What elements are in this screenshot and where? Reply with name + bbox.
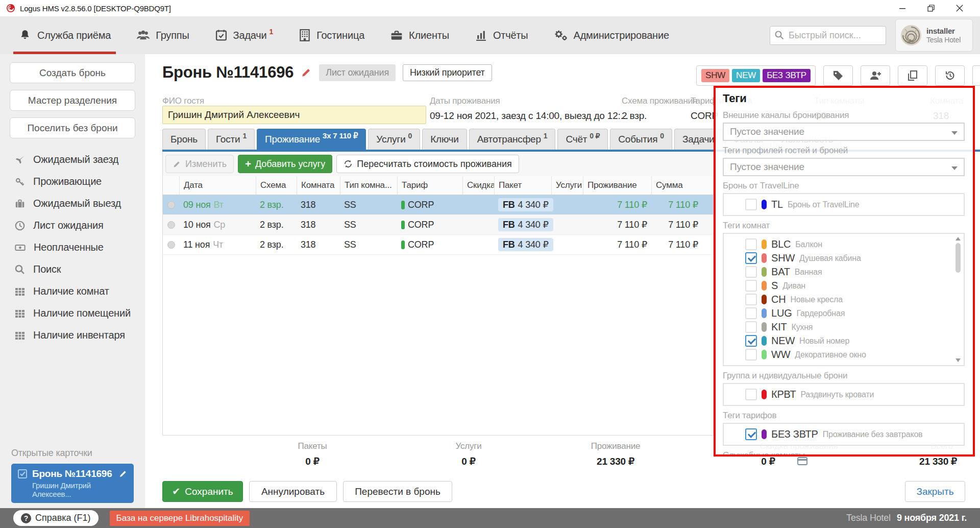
tab-guests[interactable]: Гости1 <box>208 129 255 150</box>
pencil-icon[interactable] <box>118 469 128 478</box>
minimize-button[interactable] <box>898 4 906 12</box>
search-input[interactable] <box>770 26 886 45</box>
checkbox[interactable] <box>745 266 757 278</box>
split-wizard-button[interactable]: Мастер разделения <box>10 90 135 111</box>
sidebar-item-room-availability[interactable]: Наличие комнат <box>0 280 145 302</box>
open-card-booking[interactable]: Бронь №1141696 Гришин Дмитрий Алексеев..… <box>11 464 134 503</box>
checkbox[interactable] <box>745 428 757 440</box>
user-card[interactable]: installer Tesla Hotel <box>895 19 973 52</box>
table-row[interactable]: 09 нояВт 2 взр. 318 SS CORP FB4 340 ₽ 7 … <box>163 195 713 215</box>
copy-booking-button[interactable] <box>898 65 927 86</box>
sidebar-item-expected-arrival[interactable]: Ожидаемый заезд <box>0 149 145 171</box>
close-panel-button[interactable]: Закрыть <box>905 481 965 502</box>
tag-option-row[interactable]: BLC Балкон <box>724 237 964 251</box>
add-guest-button[interactable] <box>861 65 890 86</box>
recalculate-button[interactable]: Пересчитать стоимость проживания <box>336 155 519 173</box>
tag-option-row[interactable]: BAT Ванная <box>724 265 964 279</box>
table-row[interactable]: 10 нояСр 2 взр. 318 SS CORP FB4 340 ₽ 7 … <box>163 215 713 235</box>
tag-option-row[interactable]: БЕЗ ЗВТР Проживание без завтраков <box>724 427 964 441</box>
col-header[interactable]: Тариф <box>397 176 462 195</box>
scroll-up-icon[interactable] <box>955 237 961 241</box>
button-label: Справка (F1) <box>35 513 91 523</box>
external-channels-select[interactable]: Пустое значение <box>723 123 965 141</box>
restore-button[interactable] <box>927 4 935 12</box>
tag-option-row[interactable]: WW Декоративное окно <box>724 348 964 362</box>
nav-administration[interactable]: Администрирование <box>551 16 672 54</box>
tab-events[interactable]: События0 <box>610 129 672 150</box>
checkbox[interactable] <box>745 349 757 361</box>
nav-hotel[interactable]: Гостиница <box>296 16 368 54</box>
guest-name-input[interactable] <box>162 106 426 124</box>
tab-lodging[interactable]: Проживание3x 7 110 ₽ <box>257 129 366 150</box>
col-header[interactable]: Скидка <box>462 176 494 195</box>
sidebar-item-expected-departure[interactable]: Ожидаемый выезд <box>0 193 145 214</box>
profile-tags-select[interactable]: Пустое значение <box>723 158 965 176</box>
checkbox[interactable] <box>745 280 757 292</box>
checkbox[interactable] <box>745 252 757 264</box>
sidebar-item-space-availability[interactable]: Наличие помещений <box>0 302 145 324</box>
tag-option-row[interactable]: SHW Душевая кабина <box>724 251 964 265</box>
convert-to-booking-button[interactable]: Перевести в бронь <box>343 481 452 502</box>
tag-option-row[interactable]: S Диван <box>724 279 964 293</box>
checkbox[interactable] <box>745 389 757 400</box>
add-service-button[interactable]: + Добавить услугу <box>238 155 332 173</box>
sidebar-item-waiting-list[interactable]: Лист ожидания <box>0 214 145 236</box>
tag-option-row[interactable]: NEW Новый номер <box>724 334 964 348</box>
row-radio[interactable] <box>167 221 175 229</box>
checkbox[interactable] <box>745 321 757 333</box>
col-header[interactable]: Услуги <box>551 176 583 195</box>
tag-option-row[interactable]: CH Новые кресла <box>724 293 964 306</box>
table-row[interactable]: 11 нояЧт 2 взр. 318 SS CORP FB4 340 ₽ 7 … <box>163 235 713 255</box>
scroll-thumb[interactable] <box>955 243 961 273</box>
sidebar-item-in-house[interactable]: Проживающие <box>0 171 145 193</box>
row-radio[interactable] <box>167 241 175 249</box>
tab-keys[interactable]: Ключи <box>422 129 467 150</box>
nav-tasks[interactable]: Задачи 1 <box>212 16 277 54</box>
col-header[interactable]: Схема <box>256 176 297 195</box>
history-button[interactable] <box>935 65 965 86</box>
row-radio[interactable] <box>167 201 175 209</box>
checkbox[interactable] <box>745 199 757 210</box>
col-header[interactable]: Проживание <box>583 176 651 195</box>
nav-reports[interactable]: Отчёты <box>472 16 531 54</box>
edit-tags-button[interactable] <box>823 65 853 86</box>
edit-lodging-button[interactable]: Изменить <box>165 155 234 173</box>
edit-title-pencil-icon[interactable] <box>301 67 312 78</box>
tab-services[interactable]: Услуги0 <box>368 129 420 150</box>
col-header[interactable]: Комната <box>297 176 340 195</box>
tags-summary-button[interactable]: SHW NEW БЕЗ ЗВТР <box>696 65 816 86</box>
checkbox[interactable] <box>745 238 757 250</box>
tab-invoice[interactable]: Счёт0 ₽ <box>557 129 608 150</box>
print-button[interactable] <box>972 65 980 86</box>
col-header[interactable]: Дата <box>179 176 256 195</box>
col-header[interactable]: Тип комна... <box>340 176 397 195</box>
db-server-button[interactable]: База на сервере Librahospitality <box>110 511 250 526</box>
checkbox[interactable] <box>745 307 757 319</box>
nav-clients[interactable]: Клиенты <box>387 16 452 54</box>
close-button[interactable] <box>955 4 964 12</box>
save-button[interactable]: ✔ Сохранить <box>162 481 243 502</box>
scroll-down-icon[interactable] <box>955 358 961 362</box>
tag-option-row[interactable]: KIT Кухня <box>724 320 964 334</box>
sidebar-item-search[interactable]: Поиск <box>0 258 145 280</box>
sidebar-item-unpaid[interactable]: Неоплаченные <box>0 236 145 258</box>
col-header[interactable]: Сумма <box>651 176 702 195</box>
discount-card-icon[interactable] <box>797 457 807 465</box>
room-tags-scrollbar[interactable] <box>954 236 962 363</box>
tab-transfer[interactable]: Автотрансфер1 <box>469 129 556 150</box>
checkin-without-booking-button[interactable]: Поселить без брони <box>10 117 135 138</box>
nav-groups[interactable]: Группы <box>133 16 192 54</box>
checkbox[interactable] <box>745 335 757 347</box>
annul-button[interactable]: Аннулировать <box>249 481 337 502</box>
tag-option-row[interactable]: LUG Гардеробная <box>724 306 964 320</box>
tag-option-row[interactable]: TL Бронь от TravelLine <box>724 198 964 211</box>
help-button[interactable]: ? Справка (F1) <box>13 510 99 526</box>
button-label: Пересчитать стоимость проживания <box>357 159 511 170</box>
col-header[interactable]: Пакет <box>494 176 551 195</box>
nav-front-desk[interactable]: Служба приёма <box>15 16 114 54</box>
tag-option-row[interactable]: КРВТ Раздвинуть кровати <box>724 388 964 401</box>
tab-booking[interactable]: Бронь <box>162 129 206 150</box>
checkbox[interactable] <box>745 294 757 305</box>
sidebar-item-inventory-availability[interactable]: Наличие инвентаря <box>0 324 145 346</box>
create-booking-button[interactable]: Создать бронь <box>10 62 135 83</box>
